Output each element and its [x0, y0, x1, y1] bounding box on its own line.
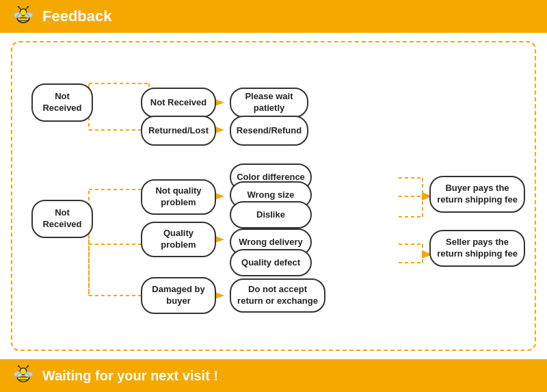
box-returned-lost: Returned/Lost [141, 116, 216, 146]
svg-point-65 [25, 371, 33, 377]
box-quality-defect: Quality defect [230, 249, 312, 276]
box-please-wait: Please wait patietly [230, 88, 308, 118]
box-not-received-bottom-left: Not Received [31, 200, 93, 238]
box-not-received-top-right: Not Received [141, 88, 216, 118]
box-buyer-pays: Buyer pays the return shipping fee [429, 176, 525, 213]
box-damaged-by-buyer: Damaged by buyer [141, 277, 216, 314]
box-seller-pays: Seller pays the return shipping fee [429, 230, 525, 267]
svg-point-6 [18, 6, 19, 8]
bee-icon-header [11, 4, 36, 29]
main-content: Not Received Not Received Returned/Lost … [11, 41, 536, 351]
box-not-received-top-left: Not Received [31, 83, 93, 122]
svg-point-63 [27, 365, 29, 367]
box-do-not-accept: Do not accept return or exchange [230, 278, 325, 313]
svg-point-61 [18, 365, 19, 367]
footer: Waiting for your next visit ! [0, 359, 547, 392]
box-not-quality-problem: Not quality problem [141, 179, 216, 215]
footer-title: Waiting for your next visit ! [42, 368, 218, 384]
header: Feedback [0, 0, 547, 33]
header-title: Feedback [42, 8, 112, 25]
box-dislike: Dislike [230, 201, 312, 228]
box-quality-problem: Quality problem [141, 222, 216, 257]
box-resend-refund: Resend/Refund [230, 116, 308, 146]
svg-point-64 [14, 371, 22, 377]
svg-point-8 [27, 6, 29, 8]
svg-point-9 [14, 12, 22, 18]
bee-icon-footer [11, 363, 36, 388]
svg-point-10 [25, 12, 33, 18]
